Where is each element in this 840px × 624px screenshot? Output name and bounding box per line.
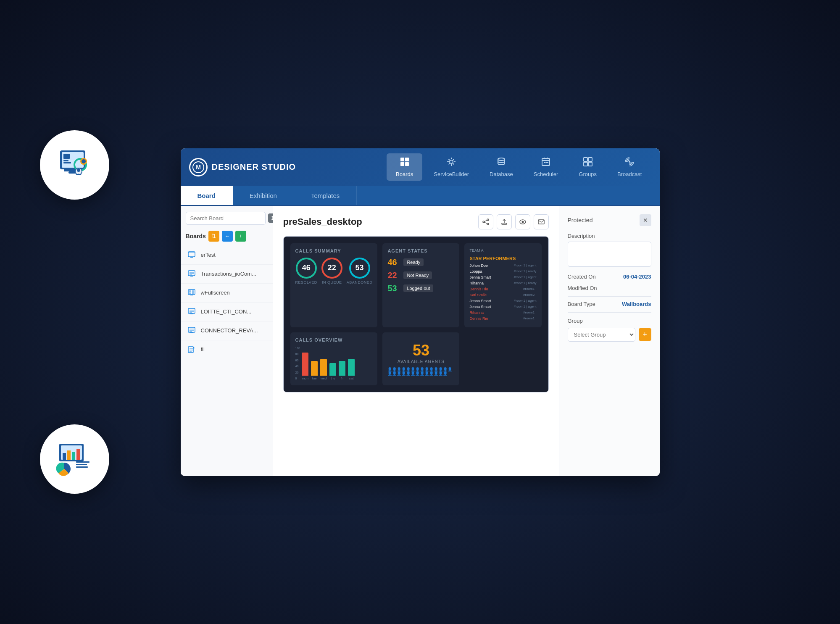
share-btn[interactable] — [478, 214, 493, 229]
svg-point-38 — [629, 161, 630, 163]
sidebar-item-ertest[interactable]: erTest — [181, 246, 273, 265]
calls-summary: CALLS SUMMARY 46 RESOLVED — [290, 243, 378, 327]
metric-resolved: 46 RESOLVED — [295, 258, 317, 284]
sidebar-item-transactions[interactable]: Transactions_jioCom... — [181, 265, 273, 284]
nav-item-groups[interactable]: Groups — [569, 153, 606, 181]
modified-on-label: Modified On — [568, 285, 597, 291]
svg-rect-26 — [400, 162, 404, 166]
svg-rect-40 — [188, 253, 195, 253]
performer-4: Dennis Rio #room1 | — [469, 287, 536, 291]
created-on-value: 06-04-2023 — [623, 274, 651, 280]
label-resolved: RESOLVED — [295, 280, 317, 284]
svg-point-68 — [483, 221, 485, 223]
agent-row-ready: 46 Ready — [387, 258, 454, 267]
header-actions — [478, 214, 549, 229]
sort-btn[interactable]: ⇅ — [208, 231, 219, 242]
svg-rect-19 — [76, 464, 87, 465]
group-section: Group Select Group + — [568, 317, 651, 342]
svg-rect-33 — [547, 162, 548, 163]
protected-label: Protected — [568, 217, 593, 224]
svg-line-69 — [485, 220, 487, 221]
label-abandoned: ABANDONED — [347, 280, 373, 284]
broadcast-icon — [624, 157, 635, 169]
agent-states: AGENT STATES 46 Ready 22 Not Ready 53 — [382, 243, 459, 327]
svg-point-66 — [487, 219, 489, 221]
svg-rect-71 — [502, 223, 507, 224]
tab-templates[interactable]: Templates — [294, 186, 357, 205]
performer-9: Dennis Rio #room1 | — [469, 316, 536, 321]
boards-header: Boards ⇅ ← + — [181, 228, 273, 244]
svg-rect-74 — [538, 220, 544, 224]
svg-rect-27 — [405, 162, 409, 166]
svg-rect-41 — [190, 257, 193, 258]
created-on-label: Created On — [568, 274, 596, 280]
sidebar-item-text-1: Transactions_jioCom... — [201, 271, 256, 277]
nav-item-scheduler[interactable]: Scheduler — [524, 153, 568, 181]
nav-item-broadcast[interactable]: Broadcast — [608, 153, 651, 181]
svg-rect-16 — [72, 452, 75, 460]
sidebar: 120 Boards ⇅ ← + erTest — [181, 206, 273, 476]
group-select[interactable]: Select Group — [568, 328, 635, 342]
search-input[interactable] — [186, 212, 266, 225]
email-btn[interactable] — [534, 214, 549, 229]
sidebar-item-text-3: LOITTE_CTI_CON... — [201, 308, 252, 315]
agent-status-loggedout: Logged out — [403, 284, 433, 292]
content-area: preSales_desktop — [273, 206, 559, 476]
svg-rect-32 — [545, 162, 547, 163]
modified-on-row: Modified On — [568, 285, 651, 291]
tab-board[interactable]: Board — [181, 186, 233, 205]
calls-summary-title: CALLS SUMMARY — [295, 248, 373, 253]
database-icon — [496, 157, 506, 169]
agent-count-loggedout: 53 — [387, 284, 400, 293]
nav-items: Boards ServiceBuilder — [387, 153, 651, 181]
circle-resolved: 46 — [296, 258, 317, 279]
sidebar-item-fil[interactable]: fil — [181, 340, 273, 359]
sidebar-item-fullscreen[interactable]: wFullscreen — [181, 284, 273, 303]
floating-circle-bottom — [40, 424, 109, 494]
add-group-btn[interactable]: + — [639, 328, 651, 341]
nav-item-database[interactable]: Database — [480, 153, 522, 181]
agent-count-notready: 22 — [387, 271, 400, 280]
nav-label-groups: Groups — [579, 171, 597, 177]
board-icon-5 — [187, 345, 197, 355]
agent-count-ready: 46 — [387, 258, 400, 267]
bar-mon: mon — [302, 353, 308, 380]
svg-point-29 — [498, 158, 505, 161]
nav-item-boards[interactable]: Boards — [387, 153, 422, 181]
svg-rect-14 — [63, 453, 66, 460]
upload-btn[interactable] — [497, 214, 512, 229]
agent-status-notready: Not Ready — [403, 271, 432, 279]
board-type-value: Wallboards — [622, 301, 651, 307]
svg-point-67 — [487, 223, 489, 225]
floating-circle-top — [40, 130, 109, 200]
available-label: AVAILABLE AGENTS — [398, 359, 445, 364]
circle-inqueue: 22 — [321, 258, 342, 279]
metrics-row: 46 RESOLVED 22 IN QUEUE — [295, 258, 373, 284]
description-label: Description — [568, 233, 651, 239]
tab-bar: Board Exhibition Templates — [181, 186, 660, 206]
nav-item-servicebuilder[interactable]: ServiceBuilder — [424, 153, 478, 181]
preview-btn[interactable] — [515, 214, 530, 229]
back-btn[interactable]: ← — [222, 231, 233, 242]
metric-abandoned: 53 ABANDONED — [347, 258, 373, 284]
scheduler-icon — [541, 157, 551, 169]
circle-abandoned: 53 — [349, 258, 370, 279]
divider-2 — [568, 312, 651, 313]
sidebar-item-loitte[interactable]: LOITTE_CTI_CON... — [181, 303, 273, 321]
svg-rect-39 — [188, 252, 195, 257]
available-count: 53 — [413, 342, 429, 359]
close-protected-btn[interactable]: ✕ — [640, 214, 651, 226]
servicebuilder-icon — [446, 157, 456, 169]
sidebar-item-text-5: fil — [201, 346, 205, 353]
board-icon-4 — [187, 326, 197, 336]
sidebar-item-connector[interactable]: CONNECTOR_REVA... — [181, 321, 273, 340]
tab-exhibition[interactable]: Exhibition — [233, 186, 294, 205]
performer-7: Jenna Smart #room1 | agent — [469, 305, 536, 309]
svg-rect-17 — [76, 449, 80, 460]
add-board-btn[interactable]: + — [235, 231, 246, 242]
logo-text: DESIGNER STUDIO — [212, 162, 296, 172]
nav-label-broadcast: Broadcast — [617, 171, 642, 177]
svg-rect-15 — [67, 450, 71, 460]
description-box[interactable] — [568, 242, 651, 267]
bar-fri: fri — [339, 361, 345, 380]
